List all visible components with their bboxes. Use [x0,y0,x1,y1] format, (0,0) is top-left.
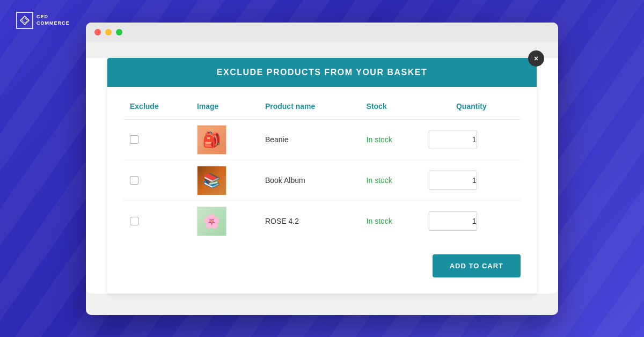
logo-diamond-icon [19,15,30,26]
col-header-quantity: Quantity [422,98,521,120]
quantity-input-2[interactable] [429,171,477,189]
product-name-3: ROSE 4.2 [265,217,299,225]
col-header-stock: Stock [360,98,422,120]
quantity-input-1[interactable] [429,130,477,149]
add-to-cart-button[interactable]: ADD TO CART [433,254,521,277]
stock-status-2: In stock [367,176,392,185]
col-header-exclude: Exclude [123,98,191,120]
close-button[interactable]: × [528,50,544,67]
table-row: Book Album In stock ▲ ▼ [123,160,521,201]
col-header-product-name: Product name [259,98,360,120]
logo-icon [16,12,33,29]
quantity-input-3[interactable] [429,212,477,230]
quantity-wrapper-3: ▲ ▼ [429,211,477,231]
stock-status-1: In stock [367,135,392,144]
browser-titlebar [86,23,558,42]
modal-dialog: EXCLUDE PRODUCTS FROM YOUR BASKET × Excl… [107,58,537,294]
product-image-3 [197,207,226,236]
browser-dot-yellow[interactable] [105,29,112,35]
logo-text: CED COMMERCE [36,14,70,26]
product-image-1 [197,125,226,155]
product-image-2 [197,166,226,195]
modal-body: Exclude Image Product name Stock Quantit… [107,87,537,294]
exclude-checkbox-1[interactable] [130,135,138,144]
exclude-checkbox-2[interactable] [130,176,138,185]
browser-content: EXCLUDE PRODUCTS FROM YOUR BASKET × Excl… [86,58,558,294]
browser-dot-red[interactable] [94,29,101,35]
quantity-wrapper-1: ▲ ▼ [429,130,477,149]
table-row: Beanie In stock ▲ ▼ [123,119,521,160]
product-name-2: Book Album [265,176,305,185]
modal-title: EXCLUDE PRODUCTS FROM YOUR BASKET [217,68,427,77]
stock-status-3: In stock [367,217,392,225]
table-row: ROSE 4.2 In stock ▲ ▼ [123,201,521,241]
quantity-wrapper-2: ▲ ▼ [429,171,477,190]
browser-window: EXCLUDE PRODUCTS FROM YOUR BASKET × Excl… [86,23,558,315]
product-table: Exclude Image Product name Stock Quantit… [123,98,521,241]
col-header-image: Image [191,98,259,120]
product-name-1: Beanie [265,135,289,144]
modal-header: EXCLUDE PRODUCTS FROM YOUR BASKET × [107,58,537,87]
exclude-checkbox-3[interactable] [130,217,138,225]
browser-dot-green[interactable] [116,29,122,35]
logo: CED COMMERCE [16,12,70,29]
